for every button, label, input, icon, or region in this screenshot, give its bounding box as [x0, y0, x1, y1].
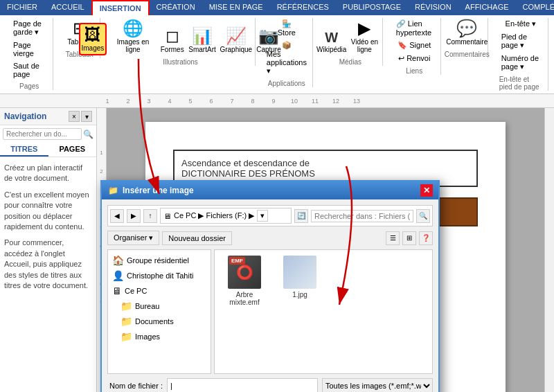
signet-button[interactable]: 🔖 Signet [394, 39, 435, 51]
filename-row: Nom de fichier : Toutes les images (*.em… [107, 378, 433, 392]
lien-hypertexte-button[interactable]: 🔗 Lien hypertexte [394, 18, 435, 38]
smartart-button[interactable]: 📊 SmartArt [188, 26, 217, 55]
wikipedia-button[interactable]: W Wikipédia [319, 28, 344, 55]
images-folder-icon: 📁 [120, 331, 132, 342]
tab-titres[interactable]: TITRES [0, 143, 48, 157]
vertical-scrollbar[interactable] [544, 108, 554, 392]
graphique-icon: 📈 [226, 28, 247, 44]
graphique-button[interactable]: 📈 Graphique [220, 26, 253, 55]
nav-path-text: Ce PC ▶ Fichiers (F:) ▶ [174, 211, 254, 220]
modal-title-area: 📁 Insérer une image [107, 185, 194, 196]
page-garde-button[interactable]: Page de garde ▾ [11, 18, 47, 38]
modal-close-button[interactable]: ✕ [420, 184, 433, 197]
modal-search-button[interactable]: 🔍 [416, 209, 430, 223]
modal-titlebar: 📁 Insérer une image ✕ [102, 181, 438, 199]
commentaire-icon: 💬 [456, 20, 477, 37]
modal-file-view: EMF ⭕ Arbre mixte.emf 1.jpg [214, 249, 433, 374]
bureau-label: Bureau [135, 302, 159, 310]
applications-items: 🏪 Store 📦 Mes applications ▾ [265, 18, 309, 78]
liens-col: 🔗 Lien hypertexte 🔖 Signet ↩ Renvoi [394, 18, 435, 64]
tab-accueil[interactable]: ACCUEIL [44, 0, 91, 15]
video-label: Vidéo en ligne [350, 38, 379, 53]
tab-revision[interactable]: RÉVISION [408, 0, 458, 15]
pages-items: Page de garde ▾ Page vierge Saut de page [11, 18, 47, 81]
page-vierge-button[interactable]: Page vierge [11, 39, 47, 59]
nouveau-dossier-button[interactable]: Nouveau dossier [162, 231, 232, 245]
sidebar-settings-button[interactable]: ▾ [81, 111, 92, 122]
numero-button[interactable]: Numéro de page ▾ [499, 53, 542, 73]
entete-button[interactable]: En-tête ▾ [499, 18, 542, 30]
sidebar-controls: × ▾ [69, 111, 92, 122]
nav-up-button[interactable]: ↑ [143, 209, 157, 223]
mes-apps-button[interactable]: 📦 Mes applications ▾ [265, 39, 309, 77]
online-group-label: Médias [339, 58, 361, 66]
tab-fichier[interactable]: FICHIER [0, 0, 44, 15]
sidebar-item-documents[interactable]: 📁 Documents [111, 314, 208, 329]
nav-refresh-button[interactable]: 🔄 [294, 209, 308, 223]
groupe-icon: 🏠 [112, 255, 124, 266]
graphique-label: Graphique [220, 46, 252, 53]
filename-label: Nom de fichier : [107, 382, 163, 390]
sidebar-item-images[interactable]: 📁 Images [111, 329, 208, 344]
sidebar-item-cepc[interactable]: 🖥 Ce PC [111, 283, 208, 299]
search-icon[interactable]: 🔍 [83, 130, 93, 139]
tab-references[interactable]: RÉFÉRENCES [270, 0, 336, 15]
sidebar-item-bureau[interactable]: 📁 Bureau [111, 299, 208, 314]
ribbon-content: Page de garde ▾ Page vierge Saut de page… [0, 15, 554, 93]
images-button[interactable]: 🖼 Images [79, 23, 107, 55]
pages-group-label: Pages [19, 82, 39, 90]
ribbon-group-pages: Page de garde ▾ Page vierge Saut de page… [6, 18, 53, 90]
navigation-panel: Navigation × ▾ 🔍 TITRES PAGES Créez un p… [0, 108, 97, 392]
illustrations-items: 🖼 Images 🌐 Images en ligne ◻ Formes 📊 Sm… [79, 18, 282, 57]
search-input[interactable] [3, 128, 82, 140]
emf-file-label: Arbre mixte.emf [220, 291, 269, 306]
tab-publipostage[interactable]: PUBLIPOSTAGE [336, 0, 408, 15]
pages-col: Page de garde ▾ Page vierge Saut de page [11, 18, 47, 80]
tab-affichage[interactable]: AFFICHAGE [458, 0, 516, 15]
groupe-label: Groupe résidentiel [127, 256, 189, 265]
nav-back-button[interactable]: ◀ [110, 209, 124, 223]
modal-search-input[interactable] [311, 210, 413, 222]
pied-button[interactable]: Pied de page ▾ [499, 31, 542, 51]
store-icon: 🏪 [282, 19, 292, 28]
video-button[interactable]: ▶ Vidéo en ligne [347, 18, 382, 55]
formes-button[interactable]: ◻ Formes [159, 26, 185, 55]
christophe-icon: 👤 [112, 270, 124, 281]
sidebar-item-christophe[interactable]: 👤 Christophe dit Tahiti [111, 268, 208, 283]
tab-complements[interactable]: COMPLÉMENTS [516, 0, 554, 15]
tab-insertion[interactable]: INSERTION [91, 0, 150, 15]
sidebar-search-row: 🔍 [0, 125, 96, 143]
filename-input[interactable] [167, 378, 318, 392]
jpg-file-label: 1.jpg [292, 291, 307, 299]
tab-pages[interactable]: PAGES [48, 143, 97, 157]
modal-folder-icon: 📁 [107, 185, 118, 196]
sidebar-pin-button[interactable]: × [69, 111, 80, 122]
tab-creation[interactable]: CRÉATION [150, 0, 202, 15]
nav-forward-button[interactable]: ▶ [127, 209, 141, 223]
page-garde-label: Page de garde ▾ [13, 19, 45, 37]
sidebar-header: Navigation × ▾ [0, 108, 96, 125]
commentaire-label: Commentaire [446, 38, 488, 46]
store-button[interactable]: 🏪 Store [265, 18, 309, 38]
view-grid-button[interactable]: ⊞ [402, 231, 416, 245]
view-list-button[interactable]: ☰ [386, 231, 400, 245]
documents-label: Documents [135, 317, 174, 326]
sidebar-item-groupe[interactable]: 🏠 Groupe résidentiel [111, 253, 208, 268]
organiser-button[interactable]: Organiser ▾ [107, 231, 159, 245]
filetype-select[interactable]: Toutes les images (*.emf;*.wmf [322, 378, 433, 392]
emf-file-icon: EMF ⭕ [228, 256, 261, 289]
renvoi-button[interactable]: ↩ Renvoi [394, 53, 435, 64]
mes-apps-label: Mes applications ▾ [267, 50, 307, 75]
commentaire-button[interactable]: 💬 Commentaire [443, 18, 490, 48]
documents-icon: 📁 [120, 316, 132, 327]
help-button[interactable]: ❓ [419, 231, 433, 245]
nav-path: 🖥 Ce PC ▶ Fichiers (F:) ▶ ▾ [160, 208, 292, 224]
apps-col: 🏪 Store 📦 Mes applications ▾ [265, 18, 309, 77]
file-item-emf[interactable]: EMF ⭕ Arbre mixte.emf [220, 256, 269, 306]
tab-miseenpage[interactable]: MISE EN PAGE [202, 0, 270, 15]
images-ligne-button[interactable]: 🌐 Images en ligne [109, 18, 157, 55]
nav-dropdown[interactable]: ▾ [257, 210, 268, 222]
file-item-jpg[interactable]: 1.jpg [276, 256, 324, 306]
illustrations-group-label: Illustrations [163, 58, 198, 66]
saut-page-button[interactable]: Saut de page [11, 60, 47, 80]
